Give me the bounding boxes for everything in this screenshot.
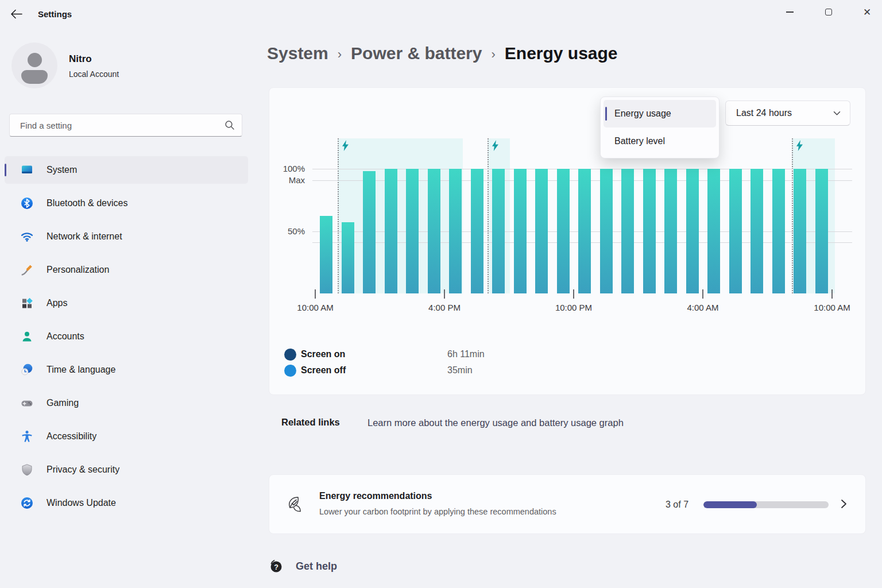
sidebar-item-apps[interactable]: Apps [5,289,248,317]
chevron-down-icon [833,111,841,116]
sidebar-item-label: Accounts [47,331,84,342]
legend-value: 35min [447,365,473,376]
accounts-icon [20,330,34,343]
sidebar-item-privacy-security[interactable]: Privacy & security [5,456,248,483]
charging-period-zone [338,138,463,293]
menu-item-label: Battery level [614,136,665,146]
menu-item-energy-usage[interactable]: Energy usage [604,100,716,127]
user-name: Nitro [69,53,92,65]
legend-row: Screen off35min [284,362,485,378]
sidebar-item-accessibility[interactable]: Accessibility [5,423,248,450]
x-axis-label: 4:00 AM [687,303,718,312]
chart-legend: Screen on6h 11minScreen off35min [284,346,485,378]
x-axis-label: 10:00 AM [814,303,850,312]
charging-bolt-icon [796,140,803,151]
get-help-icon: ? [268,558,284,574]
usage-bar [557,169,570,293]
timeframe-dropdown[interactable]: Last 24 hours [725,100,850,126]
get-help-label: Get help [296,560,337,572]
sidebar-item-system[interactable]: System [5,156,248,184]
sidebar-item-label: Personalization [47,265,109,275]
sidebar-item-label: Windows Update [47,498,116,508]
search-input[interactable] [19,120,225,131]
privacy-icon [20,463,34,477]
charging-start-line [488,138,489,293]
related-links-title: Related links [281,417,340,428]
sidebar-item-windows-update[interactable]: Windows Update [5,489,248,517]
y-axis-label: 100% [269,164,305,173]
chevron-right-icon[interactable] [841,499,847,509]
bluetooth-icon [20,196,34,210]
sidebar-item-gaming[interactable]: Gaming [5,389,248,417]
usage-bar [449,169,462,293]
usage-bar [772,169,785,293]
breadcrumb-separator: › [338,45,342,62]
get-help-link[interactable]: ? Get help [268,558,337,574]
charging-start-line [792,138,793,293]
avatar[interactable] [11,42,57,88]
x-axis-label: 10:00 PM [555,303,592,312]
close-button[interactable]: ✕ [854,0,880,24]
search-icon [225,120,235,130]
usage-bar [471,169,483,293]
usage-bar [578,169,591,293]
recommendations-progress-bar [703,501,829,508]
active-indicator [5,164,6,176]
x-axis-label: 10:00 AM [297,303,333,312]
sidebar-item-network-internet[interactable]: Network & internet [5,223,248,250]
user-account-type: Local Account [69,69,119,79]
breadcrumb-power-battery[interactable]: Power & battery [351,44,482,63]
sidebar-item-label: Accessibility [47,431,96,442]
usage-bar [363,171,376,293]
sidebar-item-label: Network & internet [47,231,122,242]
usage-bar [385,169,397,293]
sidebar-item-personalization[interactable]: Personalization [5,256,248,284]
maximize-button[interactable] [815,0,842,24]
legend-value: 6h 11min [447,349,485,359]
selected-indicator [605,107,607,121]
usage-bar [686,169,699,293]
app-title: Settings [38,9,72,19]
x-axis-label: 4:00 PM [428,303,461,312]
sidebar-item-bluetooth-devices[interactable]: Bluetooth & devices [5,189,248,217]
usage-bar [535,169,548,293]
system-icon [20,163,34,177]
sidebar-item-accounts[interactable]: Accounts [5,323,248,350]
y-axis-label: Max [269,175,305,185]
usage-bar [664,169,677,293]
usage-bar [514,169,527,293]
sidebar-item-label: Privacy & security [47,465,119,475]
y-axis-label: 50% [269,226,305,236]
accessibility-icon [20,430,34,443]
sidebar-nav: SystemBluetooth & devicesNetwork & inter… [5,156,248,523]
maximize-icon [825,9,832,16]
gaming-icon [20,396,34,410]
usage-bar [406,169,419,293]
breadcrumb-separator: › [491,45,495,62]
usage-bar [320,216,332,293]
sidebar-item-label: Gaming [47,398,79,408]
time-language-icon [20,363,34,377]
usage-bar [342,222,354,293]
page-title: Energy usage [505,44,618,63]
usage-bar [621,169,634,293]
minimize-button[interactable] [776,0,803,24]
sidebar-item-time-language[interactable]: Time & language [5,356,248,384]
sidebar-item-label: Apps [47,298,67,308]
search-box[interactable] [9,114,242,137]
legend-label: Screen on [301,349,447,359]
back-arrow-icon [10,9,22,19]
x-axis-tick [702,289,703,299]
energy-recommendations-card[interactable]: Energy recommendations Lower your carbon… [269,474,866,534]
legend-dot [284,365,296,377]
recommendations-progress-label: 3 of 7 [666,500,693,510]
settings-window: Settings ✕ Nitro Local Account SystemBlu… [0,0,882,588]
legend-dot [284,349,296,361]
x-axis-tick [444,289,445,299]
usage-bar [815,169,828,293]
back-button[interactable] [5,3,28,24]
menu-item-battery-level[interactable]: Battery level [604,127,716,155]
breadcrumb-system[interactable]: System [267,44,328,63]
recommendations-title: Energy recommendations [319,491,432,501]
learn-more-link[interactable]: Learn more about the energy usage and ba… [368,417,624,428]
